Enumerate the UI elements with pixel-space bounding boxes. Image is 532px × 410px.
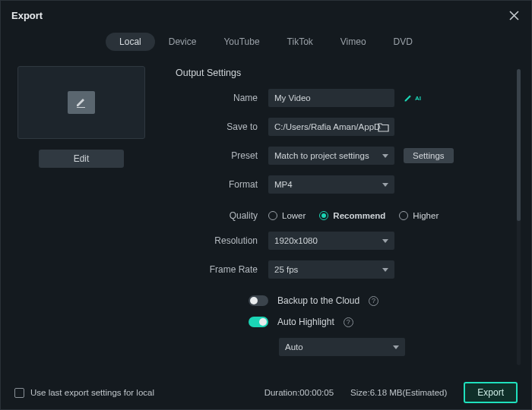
name-label: Name — [176, 93, 268, 103]
row-framerate: Frame Rate 25 fps — [176, 260, 522, 279]
autohighlight-toggle[interactable] — [249, 317, 268, 327]
size-readout: Size:6.18 MB(Estimated) — [350, 388, 447, 397]
duration-readout: Duration:00:00:05 — [264, 388, 334, 397]
radio-icon — [319, 211, 328, 220]
checkbox-icon — [14, 388, 24, 398]
chevron-down-icon — [382, 154, 388, 158]
help-icon[interactable]: ? — [344, 317, 353, 327]
framerate-label: Frame Rate — [176, 264, 268, 275]
format-select[interactable]: MP4 — [268, 175, 394, 194]
section-title: Output Settings — [176, 68, 522, 78]
autohighlight-label: Auto Highlight — [277, 317, 334, 327]
row-resolution: Resolution 1920x1080 — [176, 232, 522, 250]
pencil-icon — [68, 91, 95, 114]
edit-button[interactable]: Edit — [39, 150, 124, 168]
chevron-down-icon — [382, 268, 388, 272]
row-preset: Preset Match to project settings Setting… — [176, 147, 522, 165]
format-label: Format — [176, 179, 268, 190]
row-autohighlight: Auto Highlight ? — [249, 317, 522, 327]
row-backup: Backup to the Cloud ? — [249, 295, 522, 306]
dialog-title: Export — [11, 10, 43, 21]
ai-rename-icon[interactable]: AI — [404, 93, 421, 103]
settings-column: Output Settings Name My Video AI Save to… — [159, 63, 522, 376]
tab-device[interactable]: Device — [155, 33, 211, 51]
row-name: Name My Video AI — [176, 89, 522, 107]
backup-toggle[interactable] — [249, 295, 268, 306]
autohighlight-select[interactable]: Auto — [279, 338, 405, 356]
tab-dvd[interactable]: DVD — [380, 33, 426, 51]
row-format: Format MP4 — [176, 175, 522, 194]
chevron-down-icon — [382, 183, 388, 187]
video-preview[interactable] — [17, 66, 145, 139]
chevron-down-icon — [393, 345, 399, 349]
dialog-footer: Use last export settings for local Durat… — [1, 376, 531, 409]
row-autohighlight-mode: Auto — [176, 338, 522, 356]
row-quality: Quality Lower Recommend Higher — [176, 210, 522, 221]
export-dialog: Export Local Device YouTube TikTok Vimeo… — [0, 0, 532, 410]
quality-higher[interactable]: Higher — [399, 211, 439, 220]
radio-icon — [268, 211, 277, 220]
scrollbar-thumb[interactable] — [517, 69, 521, 221]
titlebar: Export — [1, 1, 531, 27]
chevron-down-icon — [382, 239, 388, 243]
help-icon[interactable]: ? — [369, 296, 378, 306]
quality-radios: Lower Recommend Higher — [268, 211, 439, 220]
tab-local[interactable]: Local — [106, 33, 155, 51]
tab-youtube[interactable]: YouTube — [210, 33, 273, 51]
quality-recommend[interactable]: Recommend — [319, 211, 385, 220]
quality-label: Quality — [176, 210, 268, 221]
row-saveto: Save to C:/Users/Rafia Aman/AppData — [176, 118, 522, 136]
preset-settings-button[interactable]: Settings — [404, 148, 454, 163]
preset-label: Preset — [176, 150, 268, 161]
resolution-label: Resolution — [176, 235, 268, 246]
preset-select[interactable]: Match to project settings — [268, 147, 394, 165]
tab-vimeo[interactable]: Vimeo — [327, 33, 380, 51]
framerate-select[interactable]: 25 fps — [268, 260, 394, 279]
close-icon[interactable] — [507, 8, 521, 22]
export-tabs: Local Device YouTube TikTok Vimeo DVD — [1, 27, 531, 58]
backup-label: Backup to the Cloud — [277, 295, 359, 306]
quality-lower[interactable]: Lower — [268, 211, 306, 220]
saveto-input[interactable]: C:/Users/Rafia Aman/AppData — [268, 118, 394, 136]
browse-folder-icon[interactable] — [378, 121, 390, 132]
radio-icon — [399, 211, 408, 220]
toggle-section: Backup to the Cloud ? Auto Highlight ? A… — [176, 295, 522, 356]
tab-tiktok[interactable]: TikTok — [274, 33, 327, 51]
saveto-label: Save to — [176, 121, 268, 132]
export-button[interactable]: Export — [464, 382, 518, 403]
preview-column: Edit — [17, 63, 159, 376]
name-input[interactable]: My Video — [268, 89, 394, 107]
export-meta: Duration:00:00:05 Size:6.18 MB(Estimated… — [264, 382, 518, 403]
dialog-body: Edit Output Settings Name My Video AI Sa… — [1, 58, 531, 376]
use-last-settings-checkbox[interactable]: Use last export settings for local — [14, 388, 154, 398]
resolution-select[interactable]: 1920x1080 — [268, 232, 394, 250]
